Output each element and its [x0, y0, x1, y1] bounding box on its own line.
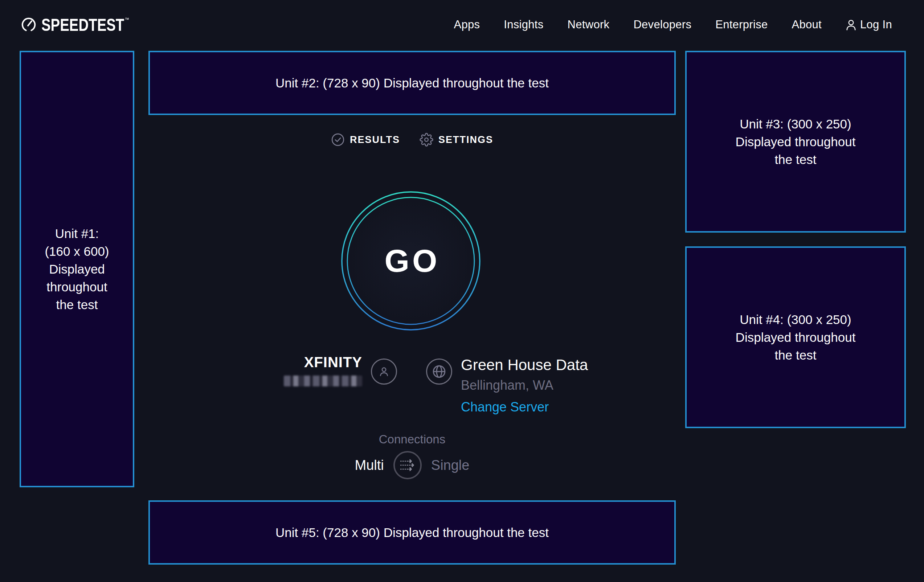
- connections-label: Connections: [148, 432, 676, 446]
- connections-single-option[interactable]: Single: [431, 458, 470, 473]
- server-badge: [426, 358, 452, 385]
- nav-item-apps[interactable]: Apps: [454, 18, 480, 31]
- user-icon: [846, 19, 856, 31]
- connections-multi-option[interactable]: Multi: [355, 458, 384, 473]
- ad-unit-3[interactable]: Unit #3: (300 x 250) Displayed throughou…: [685, 51, 906, 232]
- user-circle-icon: [378, 365, 391, 378]
- go-button-label: GO: [382, 242, 440, 279]
- top-nav-bar: SPEEDTEST™ Apps Insights Network Develop…: [0, 0, 924, 49]
- ad-unit-1-text: Unit #1: (160 x 600) Displayed throughou…: [45, 224, 109, 313]
- tab-settings[interactable]: SETTINGS: [419, 133, 493, 147]
- nav-item-about[interactable]: About: [792, 18, 822, 31]
- tabs-row: RESULTS SETTINGS: [148, 130, 676, 150]
- ad-unit-1[interactable]: Unit #1: (160 x 600) Displayed throughou…: [20, 51, 134, 487]
- multi-arrows-icon: [399, 458, 416, 473]
- speedtest-logo[interactable]: SPEEDTEST™: [20, 15, 151, 35]
- isp-name: XFINITY: [279, 354, 362, 371]
- change-server-link[interactable]: Change Server: [461, 399, 549, 415]
- server-info: Green House Data Bellingham, WA Change S…: [461, 356, 588, 415]
- logo-wordmark: SPEEDTEST™: [41, 15, 129, 35]
- ad-unit-4[interactable]: Unit #4: (300 x 250) Displayed throughou…: [685, 246, 906, 428]
- main-nav: Apps Insights Network Developers Enterpr…: [454, 18, 892, 31]
- login-button[interactable]: Log In: [846, 18, 892, 31]
- trademark-symbol: ™: [125, 16, 129, 23]
- speedometer-icon: [20, 16, 37, 33]
- ad-unit-2[interactable]: Unit #2: (728 x 90) Displayed throughout…: [148, 51, 676, 115]
- server-location: Bellingham, WA: [461, 378, 588, 393]
- isp-badge[interactable]: [371, 358, 397, 385]
- gear-icon: [419, 133, 433, 147]
- isp-info: XFINITY: [279, 354, 362, 386]
- check-circle-icon: [331, 133, 345, 147]
- ad-unit-2-text: Unit #2: (728 x 90) Displayed throughout…: [276, 74, 549, 92]
- tab-results[interactable]: RESULTS: [331, 133, 400, 147]
- tab-settings-label: SETTINGS: [439, 134, 493, 145]
- connections-toggle[interactable]: [393, 451, 422, 479]
- login-label: Log In: [860, 18, 892, 31]
- server-name: Green House Data: [461, 356, 588, 374]
- nav-item-enterprise[interactable]: Enterprise: [715, 18, 767, 31]
- go-button[interactable]: GO: [340, 190, 482, 331]
- ad-unit-5[interactable]: Unit #5: (728 x 90) Displayed throughout…: [148, 500, 676, 565]
- ad-unit-3-text: Unit #3: (300 x 250) Displayed throughou…: [736, 115, 856, 168]
- masked-ip-address: [284, 376, 362, 386]
- nav-item-insights[interactable]: Insights: [504, 18, 543, 31]
- tab-results-label: RESULTS: [350, 134, 400, 145]
- connections-row: Multi Single: [148, 451, 676, 480]
- globe-icon: [432, 364, 447, 379]
- nav-item-developers[interactable]: Developers: [633, 18, 691, 31]
- nav-item-network[interactable]: Network: [568, 18, 610, 31]
- ad-unit-4-text: Unit #4: (300 x 250) Displayed throughou…: [736, 311, 856, 364]
- ad-unit-5-text: Unit #5: (728 x 90) Displayed throughout…: [276, 524, 549, 541]
